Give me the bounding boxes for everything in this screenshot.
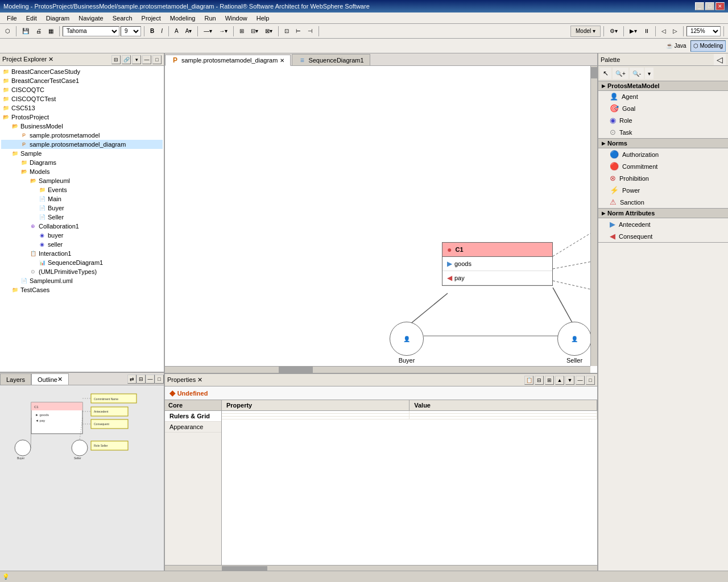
tree-item-seqdiagram1[interactable]: 📊 SequenceDiagram1 xyxy=(1,258,163,267)
protosmeta-group-header[interactable]: ProtosMetaModel xyxy=(598,81,728,91)
run-button[interactable]: ▶▾ xyxy=(627,26,640,37)
tree-item-buyer[interactable]: 📄 Buyer xyxy=(1,203,163,213)
buyer-node[interactable]: 👤 Buyer xyxy=(390,322,424,364)
italic-button[interactable]: I xyxy=(158,26,166,37)
tree-item-umlprim[interactable]: ⊙ (UMLPrimitiveTypes) xyxy=(1,267,163,276)
outline-min-button[interactable]: — xyxy=(146,375,155,384)
sync-button[interactable]: ⇄ xyxy=(127,375,136,384)
palette-item-agent[interactable]: 👤 Agent xyxy=(598,91,728,102)
palette-more-button[interactable]: ▾ xyxy=(645,68,653,79)
norm-attrs-group-header[interactable]: Norm Attributes xyxy=(598,209,728,218)
size-selector[interactable]: 9 xyxy=(121,26,141,36)
print-button[interactable]: 🖨 xyxy=(33,26,44,37)
java-perspective[interactable]: ☕ Java xyxy=(663,40,689,52)
tree-item-ciscoqtc[interactable]: 📁 CISCOQTC xyxy=(1,85,163,94)
menu-edit[interactable]: Edit xyxy=(22,14,42,23)
maximize-button[interactable]: □ xyxy=(705,2,714,10)
close-button[interactable]: ✕ xyxy=(715,2,725,10)
tb-misc3[interactable]: ⊣ xyxy=(305,26,316,37)
link-button[interactable]: 🔗 xyxy=(122,55,131,64)
zoom-selector[interactable]: 125% xyxy=(686,26,721,36)
tree-item-sampleproto-diagram[interactable]: P sample.protosmetamodel_diagram xyxy=(1,140,163,149)
menu-modeling[interactable]: Modeling xyxy=(166,14,200,23)
prop-btn1[interactable]: 📋 xyxy=(524,376,533,385)
tab-sequence[interactable]: ≡ SequenceDiagram1 xyxy=(292,54,370,65)
menu-search[interactable]: Search xyxy=(108,14,137,23)
c1-commitment-box[interactable]: ● C1 ▶ goods ◀ pay xyxy=(442,242,553,286)
menu-project[interactable]: Project xyxy=(137,14,166,23)
seller-node[interactable]: 👤 Seller xyxy=(557,322,592,364)
tree-item-ciscoqtctest[interactable]: 📁 CISCOQTCTest xyxy=(1,94,163,103)
tab-close-icon[interactable]: ✕ xyxy=(280,57,284,64)
font-selector[interactable]: Tahoma xyxy=(63,26,119,36)
palette-item-goal[interactable]: 🎯 Goal xyxy=(598,102,728,114)
menu-diagram[interactable]: Diagram xyxy=(42,14,75,23)
palette-item-power[interactable]: ⚡ Power xyxy=(598,184,728,196)
minimize-panel-button[interactable]: — xyxy=(142,55,151,64)
settings-button[interactable]: ⚙▾ xyxy=(607,26,621,37)
tree-item-main[interactable]: 📄 Main xyxy=(1,194,163,203)
palette-select-tool[interactable]: ↖ xyxy=(600,68,611,79)
align-left-button[interactable]: A xyxy=(172,26,181,37)
forward-button[interactable]: ▷ xyxy=(670,26,680,37)
menu-navigate[interactable]: Navigate xyxy=(74,14,107,23)
snap-button[interactable]: ⊞ xyxy=(237,26,247,37)
minimize-button[interactable]: _ xyxy=(695,2,704,10)
prop-max-button[interactable]: □ xyxy=(586,376,595,385)
palette-item-antecedent[interactable]: ▶ Antecedent xyxy=(598,218,728,230)
prop-btn5[interactable]: ▼ xyxy=(565,376,574,385)
tree-item-buyer-role[interactable]: ◉ buyer xyxy=(1,231,163,240)
tree-item-sampleproto[interactable]: P sample.protosmetamodel xyxy=(1,131,163,140)
save-button[interactable]: 💾 xyxy=(19,26,32,37)
tree-item-protos[interactable]: 📂 ProtosProject xyxy=(1,113,163,122)
palette-item-commitment[interactable]: 🔴 Commitment xyxy=(598,160,728,172)
project-tree[interactable]: 📁 BreastCancerCaseStudy 📁 BreastCancerTe… xyxy=(0,66,164,372)
tree-item-interaction1[interactable]: 📋 Interaction1 xyxy=(1,249,163,258)
model-button[interactable]: Model ▾ xyxy=(570,26,601,37)
menu-file[interactable]: File xyxy=(2,14,22,23)
tb-misc2[interactable]: ⊢ xyxy=(293,26,304,37)
prop-btn3[interactable]: ⊞ xyxy=(545,376,554,385)
tree-item-sampleuml-uml[interactable]: 📄 Sampleuml.uml xyxy=(1,276,163,285)
prop-btn2[interactable]: ⊟ xyxy=(535,376,544,385)
outline-tab[interactable]: Outline ✕ xyxy=(31,373,69,385)
stop-button[interactable]: ⏸ xyxy=(641,26,652,37)
scrollbar-thumb-v[interactable] xyxy=(591,67,597,78)
appearance-tab[interactable]: Appearance xyxy=(165,422,221,433)
tree-item-breastcancertest[interactable]: 📁 BreastCancerTestCase1 xyxy=(1,76,163,85)
vertical-scrollbar[interactable] xyxy=(590,66,597,366)
norms-group-header[interactable]: Norms xyxy=(598,139,728,148)
tree-item-sample[interactable]: 📁 Sample xyxy=(1,149,163,158)
new-button[interactable]: ⬡ xyxy=(2,26,13,37)
tree-item-testcases[interactable]: 📁 TestCases xyxy=(1,285,163,294)
toolbar-button3[interactable]: ▦ xyxy=(46,26,56,37)
font-color-button[interactable]: A▾ xyxy=(183,26,195,37)
menu-help[interactable]: Help xyxy=(252,14,274,23)
tb-misc1[interactable]: ⊡ xyxy=(282,26,292,37)
tree-item-sampleuml[interactable]: 📂 Sampleuml xyxy=(1,176,163,185)
palette-item-authorization[interactable]: 🔵 Authorization xyxy=(598,148,728,160)
palette-item-consequent[interactable]: ◀ Consequent xyxy=(598,230,728,242)
back-button[interactable]: ◁ xyxy=(659,26,669,37)
line-button[interactable]: —▾ xyxy=(201,26,215,37)
grid-button[interactable]: ⊟▾ xyxy=(248,26,261,37)
rulers-grid-tab[interactable]: Rulers & Grid xyxy=(165,411,221,422)
palette-item-role[interactable]: ◉ Role xyxy=(598,114,728,126)
menu-window[interactable]: Window xyxy=(221,14,252,23)
tree-item-businessmodel[interactable]: 📂 BusinessModel xyxy=(1,122,163,131)
layout-button[interactable]: ⊠▾ xyxy=(262,26,275,37)
menu-run[interactable]: Run xyxy=(200,14,220,23)
horizontal-scrollbar[interactable] xyxy=(165,366,590,373)
tree-item-events[interactable]: 📁 Events xyxy=(1,185,163,194)
tree-item-csc513[interactable]: 📁 CSC513 xyxy=(1,103,163,113)
diagram-canvas[interactable]: ● C1 ▶ goods ◀ pay Commitment Name A xyxy=(165,66,597,373)
palette-item-sanction[interactable]: ⚠ Sanction xyxy=(598,196,728,208)
palette-zoom-out[interactable]: 🔍- xyxy=(630,68,644,79)
prop-btn4[interactable]: ▲ xyxy=(555,376,564,385)
tree-item-breastcancer[interactable]: 📁 BreastCancerCaseStudy xyxy=(1,67,163,76)
outline-menu-button[interactable]: ⊟ xyxy=(136,375,146,384)
palette-zoom-in[interactable]: 🔍+ xyxy=(613,68,628,79)
explorer-menu-button[interactable]: ▾ xyxy=(132,55,141,64)
tree-item-diagrams[interactable]: 📁 Diagrams xyxy=(1,158,163,167)
collapse-all-button[interactable]: ⊟ xyxy=(111,55,121,64)
